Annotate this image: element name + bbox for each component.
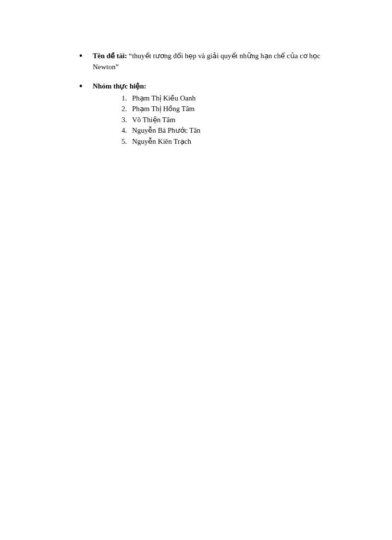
team-item: Nhóm thực hiện: 1. Phạm Thị Kiều Oanh 2.… [79,81,334,147]
list-item: 4. Nguyễn Bá Phước Tân [122,125,334,136]
member-number: 2. [122,103,132,114]
team-label: Nhóm thực hiện: [93,82,147,90]
member-name: Phạm Thị Kiều Oanh [132,93,334,104]
topic-label: Tên đề tài: [93,52,127,60]
member-name: Nguyễn Kiên Trạch [132,136,334,147]
team-members-list: 1. Phạm Thị Kiều Oanh 2. Phạm Thị Hồng T… [122,93,334,147]
member-number: 4. [122,125,132,136]
member-name: Nguyễn Bá Phước Tân [132,125,334,136]
list-item: 5. Nguyễn Kiên Trạch [122,136,334,147]
list-item: 3. Võ Thiện Tâm [122,114,334,126]
topic-value: “thuyết tương đối hẹp và giải quyết nhữn… [93,52,320,71]
member-number: 5. [122,136,132,147]
topic-item: Tên đề tài: “thuyết tương đối hẹp và giả… [79,50,334,72]
list-item: 2. Phạm Thị Hồng Tâm [122,103,334,114]
member-number: 3. [122,114,132,126]
member-name: Võ Thiện Tâm [132,114,334,126]
list-item: 1. Phạm Thị Kiều Oanh [122,93,334,104]
member-name: Phạm Thị Hồng Tâm [132,103,334,114]
member-number: 1. [122,93,132,104]
